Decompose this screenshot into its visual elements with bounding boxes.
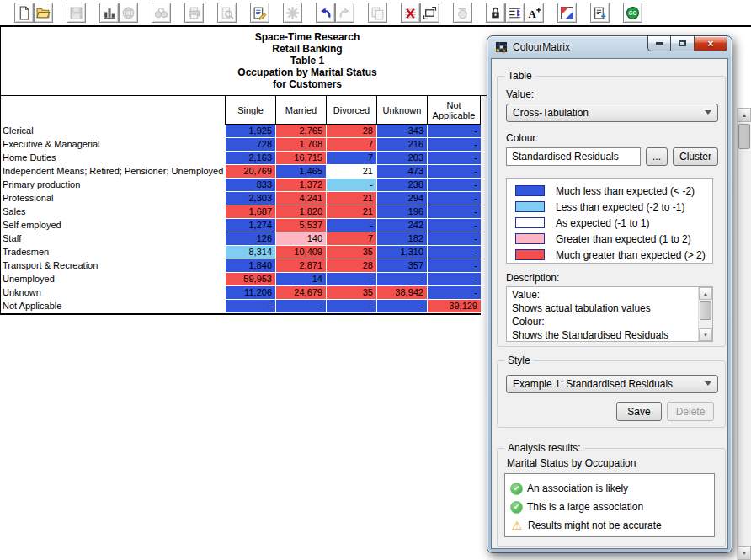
print-button[interactable] [184,3,204,23]
row-label[interactable]: Not Applicable [1,300,225,312]
data-cell[interactable]: - [427,165,481,178]
row-label[interactable]: Unknown [1,286,225,299]
colour-field[interactable]: Standardised Residuals [506,147,641,166]
data-cell[interactable]: 14 [275,273,326,285]
go-button[interactable] [623,3,642,23]
scrollbar-thumb[interactable] [738,124,750,149]
row-label[interactable]: Professional [1,192,225,205]
dialog-titlebar[interactable]: ColourMatrix × [487,36,732,58]
column-header[interactable]: Not Applicable [427,96,481,125]
style-combobox[interactable]: Example 1: Standardised Residuals [506,375,718,393]
data-cell[interactable]: 24,679 [275,286,326,299]
data-cell[interactable]: 2,163 [225,152,275,164]
data-cell[interactable]: - [427,246,481,259]
transpose-button[interactable] [420,3,439,23]
data-cell[interactable]: - [326,300,376,312]
redo-button[interactable] [335,3,354,23]
row-label[interactable]: Clerical [1,125,225,137]
save-button[interactable]: Save [616,402,662,421]
data-cell[interactable]: 21 [326,192,376,205]
data-cell[interactable]: 1,310 [376,246,427,259]
data-cell[interactable]: 1,687 [225,205,275,218]
data-cell[interactable]: - [326,179,376,191]
data-cell[interactable]: 2,303 [225,192,275,205]
data-cell[interactable]: 203 [376,152,427,164]
chart-button[interactable] [99,3,119,23]
data-cell[interactable]: - [275,300,326,312]
data-cell[interactable]: 357 [376,259,427,272]
undo-button[interactable] [316,3,335,23]
data-cell[interactable]: 5,537 [275,219,326,232]
globe-button[interactable] [119,3,138,23]
data-cell[interactable]: 28 [326,125,376,137]
print-preview-button[interactable] [217,3,237,23]
data-cell[interactable]: - [427,219,481,232]
scroll-up-icon[interactable]: ▲ [699,287,712,300]
row-label[interactable]: Self employed [1,219,225,232]
data-cell[interactable]: - [427,205,481,218]
value-combobox[interactable]: Cross-Tabulation [506,104,718,122]
data-cell[interactable]: 1,372 [275,179,326,191]
row-label[interactable]: Tradesmen [1,246,225,259]
row-label[interactable]: Transport & Recreation [1,259,225,272]
data-cell[interactable]: 7 [326,152,376,164]
row-label[interactable]: Independent Means; Retired; Pensioner; U… [1,165,225,178]
find-button[interactable] [152,3,171,23]
data-cell[interactable]: 1,840 [225,259,275,272]
data-cell[interactable]: 20,769 [225,165,275,178]
open-folder-button[interactable] [34,3,53,23]
scroll-down-icon[interactable]: ▼ [699,328,712,341]
data-cell[interactable]: 473 [376,165,427,178]
close-button[interactable]: × [694,35,727,51]
data-cell[interactable]: 21 [326,165,376,178]
data-cell[interactable]: 59,953 [225,273,275,285]
edit-notes-button[interactable] [250,3,269,23]
cluster-button[interactable]: Cluster [673,147,718,166]
data-cell[interactable]: 11,206 [225,286,275,299]
data-cell[interactable]: - [427,152,481,164]
data-cell[interactable]: 21 [326,205,376,218]
data-cell[interactable]: - [427,273,481,285]
data-cell[interactable]: - [326,219,376,232]
data-cell[interactable]: 39,129 [427,300,481,312]
data-cell[interactable]: 126 [225,232,275,245]
column-header[interactable]: Unknown [376,96,427,125]
data-cell[interactable]: 4,241 [275,192,326,205]
colourmatrix-button[interactable] [557,3,577,23]
data-cell[interactable]: 728 [225,138,275,151]
data-cell[interactable]: 343 [376,125,427,137]
scrollbar-thumb[interactable] [700,301,711,320]
data-cell[interactable]: 2,871 [275,259,326,272]
row-label[interactable]: Staff [1,232,225,245]
data-cell[interactable]: - [427,192,481,205]
data-cell[interactable]: 196 [376,205,427,218]
data-cell[interactable]: 1,708 [275,138,326,151]
column-header[interactable]: Married [275,96,326,125]
data-cell[interactable]: 833 [225,179,275,191]
row-label[interactable]: Sales [1,205,225,218]
data-cell[interactable]: 38,942 [376,286,427,299]
data-cell[interactable]: 2,765 [275,125,326,137]
data-cell[interactable]: - [427,259,481,272]
data-cell[interactable]: 216 [376,138,427,151]
data-cell[interactable]: 242 [376,219,427,232]
scroll-up-icon[interactable]: ▲ [738,108,751,122]
row-label[interactable]: Home Duties [1,152,225,164]
font-size-button[interactable] [525,3,544,23]
data-cell[interactable]: 1,925 [225,125,275,137]
data-cell[interactable]: 28 [326,259,376,272]
delete-rows-button[interactable] [401,3,420,23]
data-cell[interactable]: - [326,273,376,285]
data-cell[interactable]: 35 [326,246,376,259]
copy-button[interactable] [368,3,387,23]
data-cell[interactable]: 1,465 [275,165,326,178]
data-cell[interactable]: 8,314 [225,246,275,259]
data-cell[interactable]: 238 [376,179,427,191]
data-cell[interactable]: 7 [326,232,376,245]
scroll-down-icon[interactable]: ▼ [738,546,751,560]
vertical-scrollbar[interactable]: ▲ ▼ [737,108,751,560]
data-cell[interactable]: 140 [275,232,326,245]
row-label[interactable]: Unemployed [1,273,225,285]
description-scrollbar[interactable]: ▲ ▼ [698,287,712,341]
data-cell[interactable]: 182 [376,232,427,245]
